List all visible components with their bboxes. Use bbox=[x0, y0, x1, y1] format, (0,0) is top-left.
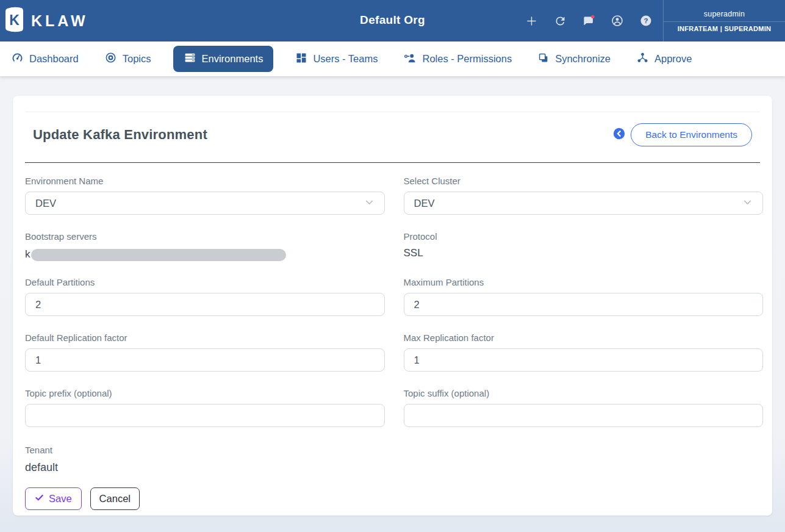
maximum-partitions-input[interactable] bbox=[404, 293, 764, 316]
nav-item-synchronize[interactable]: Synchronize bbox=[537, 52, 611, 66]
check-icon bbox=[35, 493, 44, 505]
svg-text:K: K bbox=[9, 12, 20, 28]
default-replication-factor-label: Default Replication factor bbox=[25, 332, 385, 343]
save-button[interactable]: Save bbox=[25, 487, 82, 510]
refresh-icon[interactable] bbox=[553, 14, 567, 27]
maximum-partitions-label: Maximum Partitions bbox=[404, 277, 764, 287]
arrow-left-circle-icon[interactable] bbox=[613, 128, 625, 142]
content-card: Update Kafka Environment Back to Environ… bbox=[13, 96, 772, 516]
team-role: INFRATEAM | SUPERADMIN bbox=[664, 22, 785, 35]
page-title: Update Kafka Environment bbox=[33, 127, 207, 143]
max-replication-factor-input[interactable] bbox=[404, 348, 764, 372]
redaction-bar bbox=[31, 249, 286, 261]
nav-label: Dashboard bbox=[29, 53, 79, 65]
environment-name-label: Environment Name bbox=[25, 176, 385, 186]
svg-text:?: ? bbox=[644, 17, 648, 24]
nav-item-environments[interactable]: Environments bbox=[173, 46, 274, 72]
klaw-logo-icon: K bbox=[5, 6, 24, 35]
default-partitions-label: Default Partitions bbox=[25, 277, 385, 287]
default-replication-factor-input[interactable] bbox=[25, 348, 385, 372]
username: superadmin bbox=[664, 7, 785, 22]
grid-icon bbox=[295, 52, 307, 66]
copy-squares-icon bbox=[537, 52, 550, 66]
server-stack-icon bbox=[184, 51, 196, 66]
max-replication-factor-label: Max Replication factor bbox=[404, 332, 764, 343]
topic-suffix-label: Topic suffix (optional) bbox=[404, 388, 764, 398]
key-person-icon bbox=[403, 51, 417, 67]
select-cluster-value: DEV bbox=[414, 198, 435, 209]
chevron-down-icon bbox=[742, 197, 753, 210]
account-icon[interactable] bbox=[611, 14, 624, 27]
default-partitions-input[interactable] bbox=[25, 293, 385, 316]
protocol-value: SSL bbox=[404, 247, 764, 259]
topic-prefix-input[interactable] bbox=[25, 404, 385, 427]
topic-suffix-input[interactable] bbox=[404, 404, 764, 427]
bootstrap-servers-label: Bootstrap servers bbox=[25, 231, 385, 242]
top-header: K KLAW Default Org bbox=[0, 0, 785, 41]
hub-icon bbox=[636, 51, 649, 66]
nav-label: Approve bbox=[654, 53, 692, 65]
nav-label: Users - Teams bbox=[313, 53, 378, 65]
add-icon[interactable] bbox=[525, 14, 538, 27]
gauge-icon bbox=[11, 51, 24, 66]
chevron-down-icon bbox=[364, 197, 375, 210]
tenant-value: default bbox=[25, 461, 763, 474]
topic-prefix-label: Topic prefix (optional) bbox=[25, 388, 385, 398]
nav-label: Roles - Permissions bbox=[422, 53, 512, 65]
notification-badge bbox=[591, 15, 595, 19]
cancel-button[interactable]: Cancel bbox=[90, 487, 140, 510]
back-to-environments-button[interactable]: Back to Environments bbox=[631, 123, 752, 146]
save-label: Save bbox=[49, 493, 72, 505]
app-name: KLAW bbox=[31, 12, 88, 30]
bootstrap-servers-value: k bbox=[25, 248, 30, 261]
main-nav: Dashboard Topics Environments bbox=[0, 41, 785, 76]
chat-icon[interactable] bbox=[582, 14, 595, 27]
target-icon bbox=[104, 51, 117, 66]
nav-label: Environments bbox=[202, 53, 263, 65]
nav-item-users-teams[interactable]: Users - Teams bbox=[295, 52, 378, 66]
nav-label: Topics bbox=[123, 53, 151, 65]
select-cluster-label: Select Cluster bbox=[404, 176, 764, 186]
org-title: Default Org bbox=[360, 13, 425, 27]
select-cluster-select[interactable]: DEV bbox=[404, 192, 764, 215]
divider bbox=[25, 112, 760, 112]
nav-item-roles-permissions[interactable]: Roles - Permissions bbox=[403, 51, 512, 67]
environment-form: Environment Name DEV Select Cluster DEV bbox=[13, 163, 772, 510]
help-icon[interactable]: ? bbox=[639, 14, 653, 27]
brand[interactable]: K KLAW bbox=[0, 6, 88, 35]
user-menu[interactable]: superadmin INFRATEAM | SUPERADMIN bbox=[663, 0, 785, 41]
environment-name-value: DEV bbox=[35, 198, 56, 209]
nav-item-dashboard[interactable]: Dashboard bbox=[11, 51, 79, 66]
nav-item-topics[interactable]: Topics bbox=[104, 51, 151, 66]
tenant-label: Tenant bbox=[25, 445, 763, 455]
protocol-label: Protocol bbox=[404, 231, 764, 242]
environment-name-select[interactable]: DEV bbox=[25, 192, 385, 215]
nav-item-approve[interactable]: Approve bbox=[636, 51, 692, 66]
nav-label: Synchronize bbox=[555, 53, 611, 65]
